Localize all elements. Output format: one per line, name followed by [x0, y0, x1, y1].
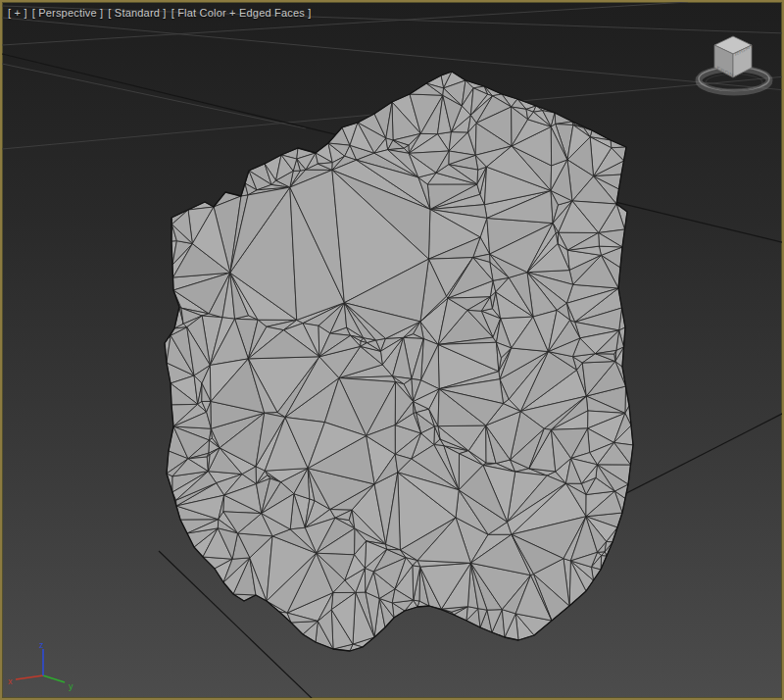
axis-x-line [16, 675, 43, 679]
world-axis-tripod: x y z [6, 639, 90, 698]
viewport-3d[interactable]: [ + ] [ Perspective ] [ Standard ] [ Fla… [0, 0, 784, 700]
viewport-menu-point-of-view[interactable]: [ Perspective ] [32, 7, 104, 20]
axis-y-line [43, 675, 65, 682]
viewport-menu-shading[interactable]: [ Flat Color + Edged Faces ] [172, 7, 312, 20]
axis-z-label: z [39, 640, 44, 650]
axis-y-label: y [69, 681, 74, 691]
viewport-label: [ + ] [ Perspective ] [ Standard ] [ Fla… [8, 7, 312, 20]
scene-canvas [2, 2, 784, 700]
rock-mesh-object[interactable] [165, 72, 633, 651]
axis-x-label: x [8, 676, 13, 686]
viewcube[interactable]: FRONT RIGHT [690, 31, 780, 98]
viewport-menu-render-preset[interactable]: [ Standard ] [108, 7, 166, 20]
viewport-menu-general[interactable]: [ + ] [8, 7, 27, 20]
